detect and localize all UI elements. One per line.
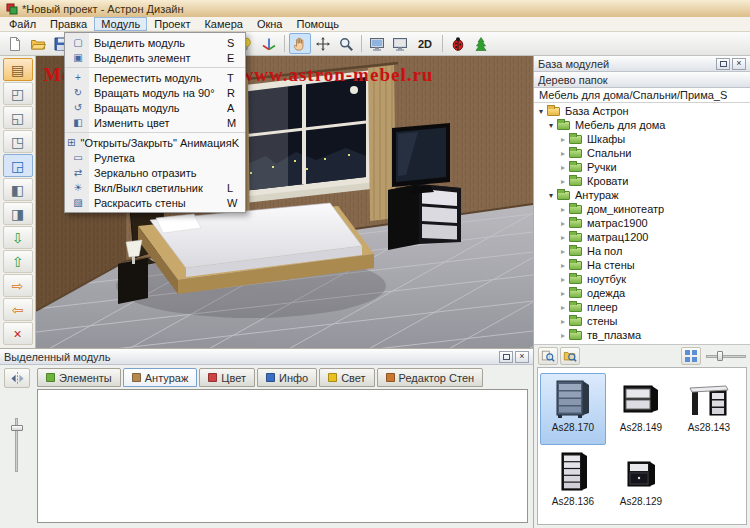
expand-arrow-icon[interactable]: ▾	[536, 107, 546, 116]
expand-arrow-icon[interactable]: ▸	[558, 135, 568, 144]
title-bar[interactable]: *Новый проект - Астрон Дизайн	[0, 0, 750, 17]
left-tool-button[interactable]: ×	[3, 322, 33, 345]
tree-item[interactable]: ▾ База Астрон	[534, 104, 750, 118]
left-tool-button[interactable]: ◲	[3, 154, 33, 177]
axes-button[interactable]	[258, 33, 280, 54]
menu-row[interactable]: ◧ Изменить цвет M	[65, 115, 245, 133]
expand-arrow-icon[interactable]: ▸	[558, 317, 568, 326]
left-tool-button[interactable]: ◱	[3, 106, 33, 129]
tab[interactable]: Свет	[319, 368, 374, 387]
float-panel-button[interactable]	[716, 58, 730, 70]
tab[interactable]: Антураж	[123, 368, 198, 387]
expand-arrow-icon[interactable]: ▸	[558, 163, 568, 172]
expand-arrow-icon[interactable]: ▸	[558, 289, 568, 298]
float-panel-button[interactable]	[499, 351, 513, 363]
hand-tool-button[interactable]	[289, 33, 311, 54]
screen-view-button[interactable]	[366, 33, 388, 54]
tree-item[interactable]: ▸ ноутбук	[534, 272, 750, 286]
catalog-item[interactable]: As28.136	[540, 447, 606, 519]
menu-item[interactable]: Окна	[250, 17, 290, 31]
tree-item[interactable]: ▸ матрас1900	[534, 216, 750, 230]
search-modules-button[interactable]	[538, 347, 558, 365]
ladybug-button[interactable]	[447, 33, 469, 54]
expand-arrow-icon[interactable]: ▸	[558, 205, 568, 214]
tree-item[interactable]: ▸ На пол	[534, 244, 750, 258]
close-panel-button[interactable]: ×	[732, 58, 746, 70]
module-content-area[interactable]	[37, 389, 528, 523]
left-tool-button[interactable]: ⇧	[3, 250, 33, 273]
tree-item[interactable]: ▸ плеер	[534, 300, 750, 314]
expand-arrow-icon[interactable]: ▸	[558, 275, 568, 284]
menu-item[interactable]: Помощь	[289, 17, 346, 31]
left-tool-button[interactable]: ⇩	[3, 226, 33, 249]
search-folders-button[interactable]	[560, 347, 580, 365]
expand-arrow-icon[interactable]: ▾	[546, 121, 556, 130]
expand-arrow-icon[interactable]: ▸	[558, 331, 568, 340]
tab[interactable]: Элементы	[37, 368, 121, 387]
menu-row[interactable]: ☀ Вкл/Выкл светильник L	[65, 180, 245, 195]
menu-item[interactable]: Файл	[2, 17, 43, 31]
thumbnail-view-button[interactable]	[681, 347, 701, 365]
new-project-button[interactable]	[4, 33, 26, 54]
pan-tool-button[interactable]	[312, 33, 334, 54]
menu-row[interactable]: ▭ Рулетка	[65, 150, 245, 165]
expand-arrow-icon[interactable]: ▸	[558, 233, 568, 242]
tree-item[interactable]: ▸ Ручки	[534, 160, 750, 174]
left-tool-button[interactable]: ⇦	[3, 298, 33, 321]
module-zoom-slider[interactable]	[11, 418, 23, 472]
tree-item[interactable]: ▸ стены	[534, 314, 750, 328]
mirror-button[interactable]	[4, 368, 30, 388]
tree-item[interactable]: ▸ Шкафы	[534, 132, 750, 146]
menu-row[interactable]: ↺ Вращать модуль A	[65, 100, 245, 115]
catalog-item[interactable]: As28.129	[608, 447, 674, 519]
tree-item[interactable]: ▸ одежда	[534, 286, 750, 300]
close-panel-button[interactable]: ×	[515, 351, 529, 363]
slider-handle[interactable]	[717, 351, 723, 361]
tree-item[interactable]: ▸ матрац1200	[534, 230, 750, 244]
left-tool-button[interactable]: ◨	[3, 202, 33, 225]
expand-arrow-icon[interactable]: ▸	[558, 261, 568, 270]
tree-item[interactable]: ▸ Спальни	[534, 146, 750, 160]
expand-arrow-icon[interactable]: ▸	[558, 177, 568, 186]
left-tool-button[interactable]: ▤	[3, 58, 33, 81]
menu-item[interactable]: Модуль	[94, 17, 147, 31]
view-2d-button[interactable]: 2D	[412, 33, 438, 54]
menu-row[interactable]: ↻ Вращать модуль на 90° R	[65, 85, 245, 100]
open-project-button[interactable]	[27, 33, 49, 54]
expand-arrow-icon[interactable]: ▸	[558, 303, 568, 312]
expand-arrow-icon[interactable]: ▸	[558, 247, 568, 256]
menu-item[interactable]: Проект	[147, 17, 197, 31]
menu-row[interactable]: ▣ Выделить элемент E	[65, 50, 245, 68]
menu-row[interactable]: ⊞ "Открыть/Закрыть" Анимация K	[65, 135, 245, 150]
tree-item[interactable]: ▸ На стены	[534, 258, 750, 272]
expand-arrow-icon[interactable]: ▸	[558, 149, 568, 158]
menu-row[interactable]: ⇄ Зеркально отразить	[65, 165, 245, 180]
tab[interactable]: Цвет	[199, 368, 255, 387]
left-tool-button[interactable]: ◳	[3, 130, 33, 153]
slider-handle[interactable]	[11, 425, 23, 431]
left-tool-button[interactable]: ⇨	[3, 274, 33, 297]
menu-row[interactable]: + Переместить модуль T	[65, 70, 245, 85]
tab[interactable]: Инфо	[257, 368, 317, 387]
menu-item[interactable]: Камера	[197, 17, 249, 31]
expand-arrow-icon[interactable]: ▾	[546, 191, 556, 200]
tree-item[interactable]: ▸ дом_кинотеатр	[534, 202, 750, 216]
catalog-item[interactable]: As28.149	[608, 373, 674, 445]
tree-item[interactable]: ▾ Мебель для дома	[534, 118, 750, 132]
left-tool-button[interactable]: ◧	[3, 178, 33, 201]
catalog-item[interactable]: As28.170	[540, 373, 606, 445]
thumbnail-size-slider[interactable]	[706, 350, 746, 362]
menu-row[interactable]: ▢ Выделить модуль S	[65, 35, 245, 50]
tree-item[interactable]: ▾ Антураж	[534, 188, 750, 202]
catalog-item[interactable]: As28.143	[676, 373, 742, 445]
screen-view-alt-button[interactable]	[389, 33, 411, 54]
zoom-tool-button[interactable]	[335, 33, 357, 54]
tree-item[interactable]: ▸ Кровати	[534, 174, 750, 188]
expand-arrow-icon[interactable]: ▸	[558, 219, 568, 228]
menu-row[interactable]: ▨ Раскрасить стены W	[65, 195, 245, 210]
left-tool-button[interactable]: ◰	[3, 82, 33, 105]
tab[interactable]: Редактор Стен	[377, 368, 483, 387]
menu-item[interactable]: Правка	[43, 17, 94, 31]
plant-button[interactable]	[470, 33, 492, 54]
tree-item[interactable]: ▸ тв_плазма	[534, 328, 750, 342]
